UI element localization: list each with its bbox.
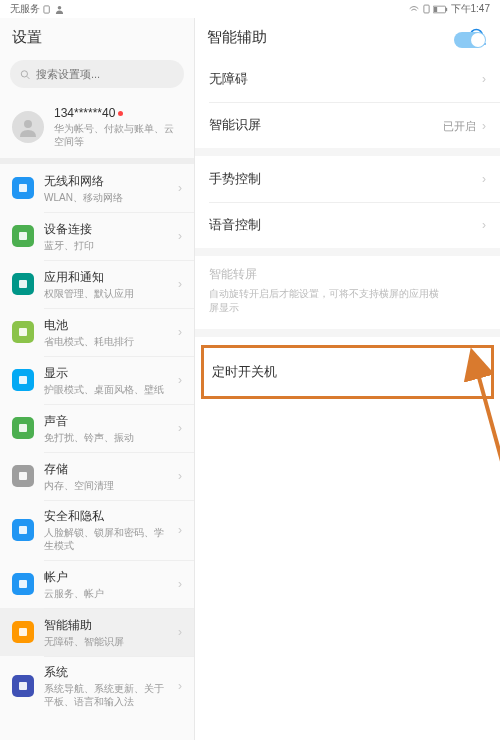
chevron-right-icon: › (178, 577, 182, 591)
svg-rect-17 (19, 580, 27, 588)
item-sub: 省电模式、耗电排行 (44, 335, 168, 348)
sim-icon (43, 5, 52, 14)
svg-rect-2 (423, 5, 428, 13)
sidebar-item-7[interactable]: 安全和隐私人脸解锁、锁屏和密码、学生模式› (0, 500, 194, 560)
item-gesture[interactable]: 手势控制 › (195, 156, 500, 202)
item-label: 存储 (44, 461, 168, 478)
svg-rect-5 (433, 7, 436, 12)
sidebar-item-0[interactable]: 无线和网络WLAN、移动网络› (0, 164, 194, 212)
item-label: 无障碍 (209, 70, 248, 88)
item-sub: 免打扰、铃声、振动 (44, 431, 168, 444)
search-box[interactable] (10, 60, 184, 88)
item-label: 应用和通知 (44, 269, 168, 286)
account-phone: 134******40 (54, 106, 182, 120)
item-sub: 蓝牙、打印 (44, 239, 168, 252)
sidebar-item-9[interactable]: 智能辅助无障碍、智能识屏› (0, 608, 194, 656)
svg-rect-11 (19, 280, 27, 288)
settings-header: 设置 (0, 18, 194, 56)
svg-line-7 (27, 76, 30, 79)
svg-rect-4 (445, 7, 447, 10)
item-icon (12, 621, 34, 643)
item-label: 设备连接 (44, 221, 168, 238)
chevron-right-icon: › (482, 172, 486, 186)
svg-rect-18 (19, 628, 27, 636)
chevron-right-icon: › (178, 277, 182, 291)
status-left: 无服务 (10, 2, 64, 16)
sidebar-item-10[interactable]: 系统系统导航、系统更新、关于平板、语言和输入法› (0, 656, 194, 716)
no-service-text: 无服务 (10, 2, 40, 16)
svg-rect-19 (19, 682, 27, 690)
item-icon (12, 465, 34, 487)
item-label: 系统 (44, 664, 168, 681)
svg-rect-15 (19, 472, 27, 480)
svg-rect-0 (44, 5, 49, 12)
person-icon (55, 5, 64, 14)
item-sub: 无障碍、智能识屏 (44, 635, 168, 648)
item-icon (12, 573, 34, 595)
svg-point-8 (24, 120, 32, 128)
highlight-annotation: 定时开关机 › (201, 345, 494, 399)
item-sub: 权限管理、默认应用 (44, 287, 168, 300)
settings-sidebar: 设置 134******40 华为帐号、付款与账单、云空间等 无线和网络WLAN… (0, 18, 195, 740)
svg-rect-16 (19, 526, 27, 534)
item-sub: 人脸解锁、锁屏和密码、学生模式 (44, 526, 168, 552)
battery-saver-icon (423, 4, 430, 14)
item-label: 定时开关机 (212, 363, 277, 381)
item-sub: 云服务、帐户 (44, 587, 168, 600)
person-icon (18, 117, 38, 137)
chevron-right-icon: › (178, 373, 182, 387)
chevron-right-icon: › (178, 523, 182, 537)
svg-point-6 (21, 70, 27, 76)
battery-icon (433, 5, 448, 14)
svg-line-22 (475, 363, 500, 618)
item-sub: 内存、空间清理 (44, 479, 168, 492)
toggle-switch (454, 32, 486, 48)
item-icon (12, 675, 34, 697)
sidebar-item-4[interactable]: 显示护眼模式、桌面风格、壁纸› (0, 356, 194, 404)
chevron-right-icon: › (178, 421, 182, 435)
item-accessibility[interactable]: 无障碍 › (195, 56, 500, 102)
item-icon (12, 225, 34, 247)
sidebar-item-6[interactable]: 存储内存、空间清理› (0, 452, 194, 500)
item-sub: 系统导航、系统更新、关于平板、语言和输入法 (44, 682, 168, 708)
chevron-right-icon: › (178, 325, 182, 339)
detail-pane: 智能辅助 无障碍 › 智能识屏 已开启› 手势控制 › 语音控制 › (195, 18, 500, 740)
item-label: 声音 (44, 413, 168, 430)
item-sub: 护眼模式、桌面风格、壁纸 (44, 383, 168, 396)
item-icon (12, 369, 34, 391)
account-sub: 华为帐号、付款与账单、云空间等 (54, 122, 182, 148)
avatar (12, 111, 44, 143)
item-label: 电池 (44, 317, 168, 334)
item-icon (12, 321, 34, 343)
item-voice[interactable]: 语音控制 › (195, 202, 500, 248)
item-icon (12, 273, 34, 295)
chevron-right-icon: › (479, 365, 483, 379)
red-dot-icon (118, 111, 123, 116)
chevron-right-icon: › (178, 469, 182, 483)
sidebar-item-8[interactable]: 帐户云服务、帐户› (0, 560, 194, 608)
page-title: 智能辅助 (207, 28, 267, 47)
item-label: 智能转屏 (209, 266, 486, 283)
svg-rect-14 (19, 424, 27, 432)
chevron-right-icon: › (482, 72, 486, 86)
item-label: 智能辅助 (44, 617, 168, 634)
item-icon (12, 177, 34, 199)
item-scheduled-power[interactable]: 定时开关机 › (204, 350, 491, 394)
svg-rect-13 (19, 376, 27, 384)
item-label: 无线和网络 (44, 173, 168, 190)
sidebar-item-1[interactable]: 设备连接蓝牙、打印› (0, 212, 194, 260)
search-icon (20, 68, 30, 81)
item-smart-screen[interactable]: 智能识屏 已开启› (195, 102, 500, 148)
sidebar-item-5[interactable]: 声音免打扰、铃声、振动› (0, 404, 194, 452)
chevron-right-icon: › (482, 218, 486, 232)
sidebar-item-2[interactable]: 应用和通知权限管理、默认应用› (0, 260, 194, 308)
item-label: 智能识屏 (209, 116, 261, 134)
svg-rect-12 (19, 328, 27, 336)
search-input[interactable] (36, 68, 174, 80)
wifi-icon (408, 5, 420, 14)
sidebar-item-3[interactable]: 电池省电模式、耗电排行› (0, 308, 194, 356)
chevron-right-icon: › (178, 679, 182, 693)
account-row[interactable]: 134******40 华为帐号、付款与账单、云空间等 (0, 96, 194, 164)
status-time: 下午1:47 (451, 2, 490, 16)
item-label: 语音控制 (209, 216, 261, 234)
